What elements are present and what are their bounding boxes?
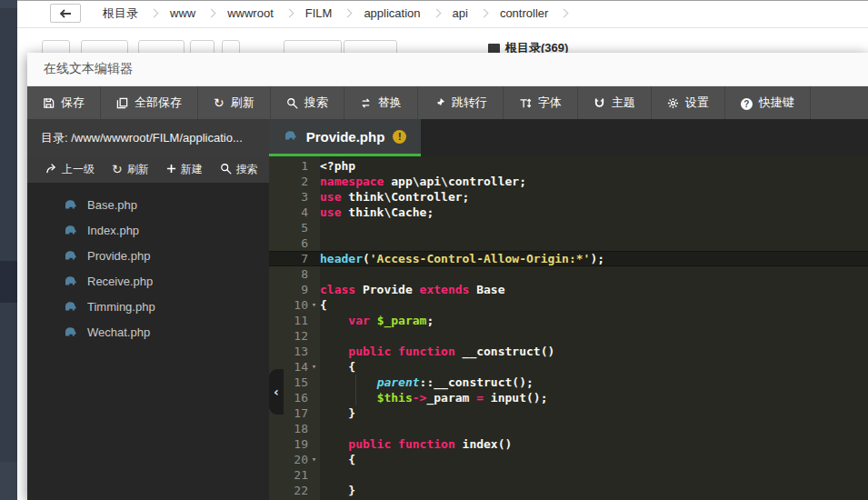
arrow-left-icon: [59, 8, 72, 19]
breadcrumb-item[interactable]: FILM: [296, 6, 342, 20]
warning-icon[interactable]: !: [393, 130, 406, 144]
line-number: 8: [269, 266, 308, 282]
tree-action-refresh[interactable]: ↻刷新: [112, 162, 149, 177]
code-line-5[interactable]: 5: [269, 220, 868, 235]
sidebar-active-block: [0, 261, 17, 303]
chevron-right-icon: [284, 9, 294, 18]
code-line-22[interactable]: 22 }: [269, 483, 868, 498]
toolbar-button-settings[interactable]: 设置: [652, 86, 725, 119]
fold-arrow-icon[interactable]: ▾: [308, 359, 320, 375]
collapse-panel-handle[interactable]: ‹: [269, 369, 284, 415]
fold-gutter: [308, 405, 320, 421]
code-line-21[interactable]: 21: [269, 467, 868, 483]
tab-provide-php[interactable]: Provide.php !: [269, 119, 421, 156]
line-number: 13: [269, 344, 308, 359]
code-line-14[interactable]: 14▾ {: [269, 359, 868, 375]
code-line-7[interactable]: 7header('Access-Control-Allow-Origin:*')…: [269, 251, 868, 266]
code-line-18[interactable]: 18: [269, 421, 868, 436]
file-item-wechat.php[interactable]: Wechat.php: [27, 319, 269, 345]
file-item-base.php[interactable]: Base.php: [27, 192, 269, 217]
fold-arrow-icon[interactable]: ▾: [308, 297, 320, 313]
editor-modal: 在线文本编辑器 保存全部保存↻刷新搜索替换跳转行字体主题设置?快捷键 目录: /…: [27, 53, 868, 500]
editor-toolbar: 保存全部保存↻刷新搜索替换跳转行字体主题设置?快捷键: [27, 86, 868, 119]
file-item-timming.php[interactable]: Timming.php: [27, 294, 269, 319]
fold-gutter: [308, 266, 320, 282]
fold-gutter: [308, 467, 320, 483]
clipped-button[interactable]: [190, 40, 215, 53]
breadcrumb-item[interactable]: application: [354, 6, 429, 20]
chevron-right-icon: [432, 9, 441, 18]
code-line-4[interactable]: 4use think\Cache;: [269, 205, 868, 220]
clipped-button[interactable]: [222, 40, 240, 53]
toolbar-button-save[interactable]: 保存: [27, 86, 101, 119]
code-line-17[interactable]: 17 }: [269, 405, 868, 421]
file-item-index.php[interactable]: Index.php: [27, 217, 269, 243]
code-line-10[interactable]: 10▾{: [269, 297, 868, 313]
toolbar-button-jump-line[interactable]: 跳转行: [418, 86, 504, 119]
fold-arrow-icon[interactable]: ▾: [308, 452, 320, 467]
php-icon: [284, 128, 298, 145]
toolbar-button-replace[interactable]: 替换: [344, 86, 418, 119]
fold-gutter: [308, 436, 320, 452]
chevron-right-icon: [150, 9, 159, 18]
line-number: 6: [269, 235, 308, 251]
line-number: 5: [269, 220, 308, 235]
line-number: 10: [269, 297, 308, 313]
toolbar-button-refresh[interactable]: ↻刷新: [198, 86, 271, 119]
file-tree-toolbar: 上一级↻刷新新建搜索: [27, 156, 269, 183]
breadcrumb-item[interactable]: www: [161, 6, 205, 20]
clipped-button[interactable]: [81, 40, 128, 53]
toolbar-button-search[interactable]: 搜索: [271, 86, 344, 119]
code-line-8[interactable]: 8: [269, 266, 868, 282]
code-line-13[interactable]: 13 public function __construct(): [269, 344, 868, 359]
code-line-3[interactable]: 3use think\Controller;: [269, 189, 868, 205]
replace-icon: [360, 97, 372, 109]
root-dir-count-label[interactable]: 根目录(369): [488, 40, 568, 53]
code-text: {: [320, 359, 355, 375]
code-line-15[interactable]: 15 parent::__construct();: [269, 375, 868, 390]
theme-icon: [594, 97, 605, 109]
fold-gutter: [308, 483, 320, 498]
clipped-button[interactable]: [284, 40, 342, 53]
breadcrumb-item[interactable]: controller: [491, 6, 557, 20]
toolbar-button-hotkeys[interactable]: ?快捷键: [725, 86, 811, 119]
fold-gutter: [308, 421, 320, 436]
plus-icon: [166, 164, 176, 176]
code-text: {: [320, 297, 327, 313]
line-number: 7: [269, 251, 308, 266]
breadcrumb-item[interactable]: wwwroot: [218, 6, 283, 20]
code-text: public function index(): [320, 436, 512, 452]
toolbar-button-font[interactable]: 字体: [504, 86, 578, 119]
breadcrumb-item[interactable]: 根目录: [94, 5, 147, 22]
tree-action-search[interactable]: 搜索: [220, 162, 258, 177]
app-left-sidebar[interactable]: [0, 0, 17, 500]
toolbar-button-theme[interactable]: 主题: [578, 86, 652, 119]
fold-gutter: [308, 205, 320, 220]
file-item-provide.php[interactable]: Provide.php: [27, 243, 269, 268]
code-line-1[interactable]: 1<?php: [269, 158, 868, 174]
code-line-20[interactable]: 20▾ {: [269, 452, 868, 467]
line-number: 21: [269, 467, 308, 483]
code-line-9[interactable]: 9class Provide extends Base: [269, 282, 868, 297]
code-line-11[interactable]: 11 var $_param;: [269, 313, 868, 328]
sidebar-bottom-block: [0, 462, 17, 500]
back-button[interactable]: [50, 4, 81, 23]
fold-gutter: [308, 328, 320, 344]
breadcrumb-item[interactable]: api: [444, 6, 477, 20]
editor-body: 上一级↻刷新新建搜索 Base.phpIndex.phpProvide.phpR…: [27, 156, 868, 500]
file-item-receive.php[interactable]: Receive.php: [27, 268, 269, 294]
font-icon: [519, 97, 532, 109]
code-line-6[interactable]: 6: [269, 235, 868, 251]
code-line-12[interactable]: 12: [269, 328, 868, 344]
code-line-16[interactable]: 16 $this->_param = input();: [269, 390, 868, 405]
clipped-button[interactable]: [344, 40, 397, 53]
tree-action-plus[interactable]: 新建: [166, 162, 203, 177]
tree-action-up-level[interactable]: 上一级: [45, 162, 95, 177]
fold-gutter: [308, 235, 320, 251]
code-line-19[interactable]: 19 public function index(): [269, 436, 868, 452]
code-line-2[interactable]: 2namespace app\api\controller;: [269, 174, 868, 189]
clipped-button[interactable]: [42, 40, 70, 53]
code-editor[interactable]: 1<?php2namespace app\api\controller;3use…: [269, 156, 868, 500]
toolbar-button-save-all[interactable]: 全部保存: [101, 86, 198, 119]
clipped-button[interactable]: [138, 40, 185, 53]
